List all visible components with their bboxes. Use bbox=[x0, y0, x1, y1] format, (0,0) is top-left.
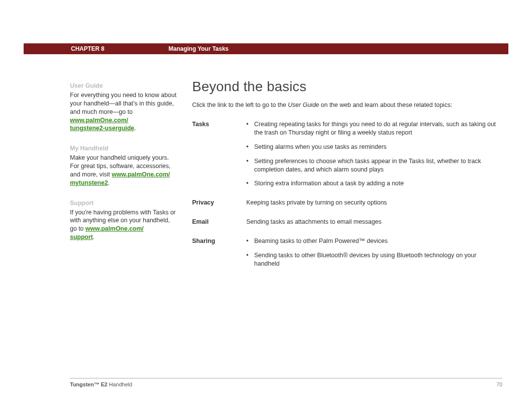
bullet-icon: • bbox=[246, 251, 254, 268]
bullet-text: Creating repeating tasks for things you … bbox=[254, 120, 502, 137]
sidebar-user-guide: User Guide For everything you need to kn… bbox=[70, 82, 178, 133]
intro-prefix: Click the link to the left to go to the bbox=[192, 102, 288, 108]
sidebar-heading: Support bbox=[70, 199, 178, 207]
bullet-text: Setting preferences to choose which task… bbox=[254, 157, 502, 174]
topic-content: •Beaming tasks to other Palm Powered™ de… bbox=[246, 237, 502, 274]
page-title: Beyond the basics bbox=[192, 79, 502, 95]
sidebar-text: Make your handheld uniquely yours. For g… bbox=[70, 154, 178, 187]
footer-page-number: 70 bbox=[497, 381, 502, 387]
bullet-icon: • bbox=[246, 157, 254, 174]
bullet-icon: • bbox=[246, 179, 254, 188]
footer-product-rest: Handheld bbox=[107, 381, 132, 387]
user-guide-link[interactable]: www.palmOne.com/tungstene2-userguide bbox=[70, 117, 134, 132]
topic-label: Sharing bbox=[192, 237, 246, 244]
page-body: User Guide For everything you need to kn… bbox=[70, 79, 502, 279]
topic-privacy: Privacy Keeping tasks private by turning… bbox=[192, 199, 502, 213]
sidebar-text: For everything you need to know about yo… bbox=[70, 91, 178, 133]
main-content: Beyond the basics Click the link to the … bbox=[192, 79, 502, 279]
period: . bbox=[134, 125, 136, 132]
bullet-text: Beaming tasks to other Palm Powered™ dev… bbox=[254, 237, 502, 245]
sidebar-text: If you're having problems with Tasks or … bbox=[70, 208, 178, 242]
chapter-header-bar: CHAPTER 8 Managing Your Tasks bbox=[24, 43, 508, 54]
footer-rule bbox=[70, 378, 502, 378]
page-footer: Tungsten™ E2 Handheld 70 bbox=[70, 378, 502, 387]
intro-text: Click the link to the left to go to the … bbox=[192, 102, 502, 108]
period: . bbox=[93, 234, 95, 240]
sidebar-body-text: For everything you need to know about yo… bbox=[70, 92, 176, 115]
sidebar-heading: User Guide bbox=[70, 82, 178, 90]
bullet-icon: • bbox=[246, 237, 254, 245]
list-item: •Sending tasks to other Bluetooth® devic… bbox=[246, 251, 502, 268]
sidebar-heading: My Handheld bbox=[70, 144, 178, 153]
bullet-icon: • bbox=[246, 120, 254, 137]
intro-suffix: on the web and learn about these related… bbox=[319, 102, 452, 108]
list-item: •Setting alarms when you use tasks as re… bbox=[246, 143, 502, 151]
topic-text: Sending tasks as attachments to email me… bbox=[246, 218, 502, 226]
topic-email: Email Sending tasks as attachments to em… bbox=[192, 218, 502, 232]
sidebar-my-handheld: My Handheld Make your handheld uniquely … bbox=[70, 144, 178, 187]
sidebar: User Guide For everything you need to kn… bbox=[70, 79, 192, 279]
list-item: •Creating repeating tasks for things you… bbox=[246, 120, 502, 137]
topics-table: Tasks •Creating repeating tasks for thin… bbox=[192, 120, 502, 274]
list-item: •Beaming tasks to other Palm Powered™ de… bbox=[246, 237, 502, 245]
topic-content: Sending tasks as attachments to email me… bbox=[246, 218, 502, 232]
chapter-label: CHAPTER 8 bbox=[24, 45, 104, 52]
list-item: •Setting preferences to choose which tas… bbox=[246, 157, 502, 174]
topic-label: Email bbox=[192, 218, 246, 225]
topic-label: Privacy bbox=[192, 199, 246, 206]
topic-label: Tasks bbox=[192, 120, 246, 128]
bullet-icon: • bbox=[246, 143, 254, 151]
topic-tasks: Tasks •Creating repeating tasks for thin… bbox=[192, 120, 502, 194]
chapter-title: Managing Your Tasks bbox=[104, 45, 229, 52]
topic-text: Keeping tasks private by turning on secu… bbox=[246, 199, 502, 207]
bullet-text: Storing extra information about a task b… bbox=[254, 179, 502, 188]
footer-product: Tungsten™ E2 Handheld bbox=[70, 381, 132, 387]
bullet-text: Setting alarms when you use tasks as rem… bbox=[254, 143, 502, 151]
footer-row: Tungsten™ E2 Handheld 70 bbox=[70, 381, 502, 387]
footer-product-bold: Tungsten™ E2 bbox=[70, 381, 107, 387]
intro-emphasis: User Guide bbox=[288, 102, 319, 108]
topic-content: Keeping tasks private by turning on secu… bbox=[246, 199, 502, 213]
topic-content: •Creating repeating tasks for things you… bbox=[246, 120, 502, 194]
list-item: •Storing extra information about a task … bbox=[246, 179, 502, 188]
bullet-text: Sending tasks to other Bluetooth® device… bbox=[254, 251, 502, 268]
period: . bbox=[108, 179, 109, 186]
topic-sharing: Sharing •Beaming tasks to other Palm Pow… bbox=[192, 237, 502, 274]
sidebar-support: Support If you're having problems with T… bbox=[70, 199, 178, 241]
